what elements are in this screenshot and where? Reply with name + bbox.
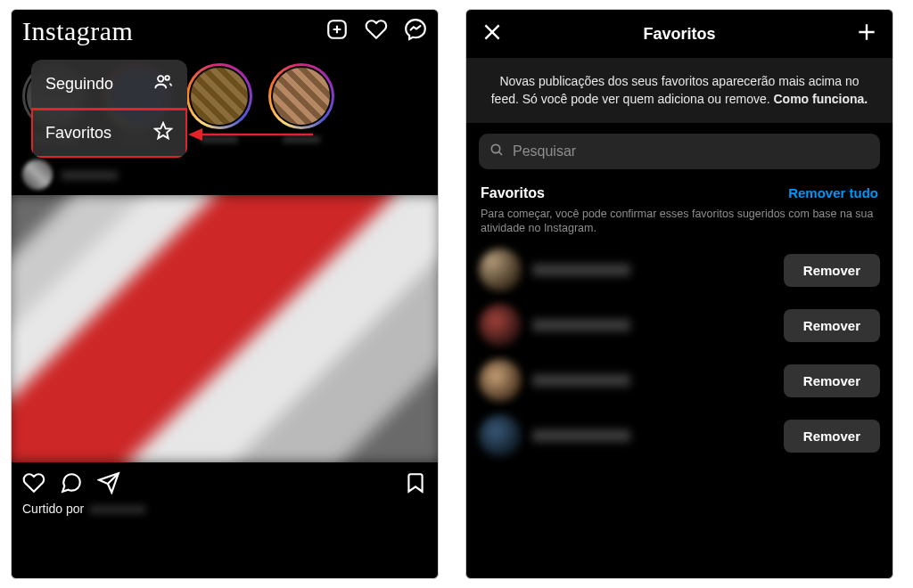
how-it-works-link[interactable]: Como funciona. — [773, 92, 868, 106]
section-subtitle: Para começar, você pode confirmar esses … — [466, 203, 892, 246]
list-item: Remover — [479, 414, 880, 457]
feed-filter-dropdown: Seguindo Favoritos — [31, 60, 187, 158]
comment-icon[interactable] — [60, 471, 83, 498]
close-icon[interactable] — [481, 20, 504, 47]
post-header[interactable]: xxxxxxxxx — [12, 154, 438, 195]
search-wrap: Pesquisar — [466, 123, 892, 180]
favorite-username[interactable] — [532, 429, 630, 442]
post-author-name[interactable]: xxxxxxxxx — [62, 167, 118, 182]
avatar[interactable] — [479, 414, 522, 457]
svg-point-4 — [165, 76, 169, 80]
liked-by-prefix: Curtido por — [22, 502, 84, 516]
favorites-info-banner: Novas publicações dos seus favoritos apa… — [466, 58, 892, 123]
create-post-icon[interactable] — [325, 18, 349, 45]
home-header: Instagram — [12, 10, 438, 53]
post-action-bar — [12, 462, 438, 502]
list-item: Remover — [479, 359, 880, 402]
favorites-list: Remover Remover Remover Remover — [466, 245, 892, 461]
favorites-title: Favoritos — [643, 25, 715, 44]
star-icon — [153, 121, 173, 145]
dropdown-label: Seguindo — [45, 75, 113, 94]
list-item: Remover — [479, 304, 880, 347]
search-input[interactable]: Pesquisar — [479, 134, 880, 169]
instagram-logo: Instagram — [22, 16, 133, 46]
section-title: Favoritos — [481, 185, 545, 201]
avatar[interactable] — [479, 304, 522, 347]
avatar[interactable] — [479, 359, 522, 402]
favorite-username[interactable] — [532, 319, 630, 331]
messenger-icon[interactable] — [404, 18, 427, 45]
remove-button[interactable]: Remover — [784, 309, 880, 342]
dropdown-item-following[interactable]: Seguindo — [31, 60, 187, 109]
remove-all-link[interactable]: Remover tudo — [788, 185, 878, 200]
annotation-arrow — [188, 124, 313, 145]
avatar[interactable] — [479, 249, 522, 291]
phone-left-home: Instagram Seguindo Favoritos — [11, 9, 439, 579]
like-heart-icon[interactable] — [22, 471, 45, 498]
dropdown-label: Favoritos — [45, 124, 111, 143]
feed-post: xxxxxxxxx Curtido por xxxxxxxxx — [12, 151, 438, 516]
svg-point-14 — [491, 144, 499, 152]
svg-marker-5 — [155, 123, 171, 138]
favorites-header: Favoritos — [466, 10, 892, 58]
post-image[interactable] — [12, 195, 438, 462]
activity-heart-icon[interactable] — [365, 18, 388, 45]
svg-line-15 — [499, 151, 502, 154]
share-icon[interactable] — [97, 471, 120, 498]
liked-by-name: xxxxxxxxx — [89, 502, 145, 516]
bookmark-icon[interactable] — [404, 471, 427, 498]
search-placeholder: Pesquisar — [513, 143, 576, 159]
post-liked-by[interactable]: Curtido por xxxxxxxxx — [12, 502, 438, 516]
svg-marker-7 — [188, 128, 202, 141]
phone-right-favorites: Favoritos Novas publicações dos seus fav… — [465, 9, 893, 579]
remove-button[interactable]: Remover — [784, 254, 880, 287]
dropdown-item-favorites[interactable]: Favoritos — [31, 109, 187, 158]
logo-dropdown-trigger[interactable]: Instagram — [22, 16, 138, 46]
search-icon — [489, 143, 504, 160]
favorites-section-header: Favoritos Remover tudo — [466, 180, 892, 203]
remove-button[interactable]: Remover — [784, 420, 880, 453]
favorite-username[interactable] — [532, 264, 630, 276]
add-favorite-icon[interactable] — [855, 20, 878, 47]
favorite-username[interactable] — [532, 374, 630, 387]
svg-point-3 — [158, 76, 163, 81]
remove-button[interactable]: Remover — [784, 364, 880, 397]
post-author-avatar[interactable] — [22, 159, 53, 190]
list-item: Remover — [479, 249, 880, 291]
header-actions — [325, 18, 427, 45]
people-icon — [153, 72, 173, 96]
